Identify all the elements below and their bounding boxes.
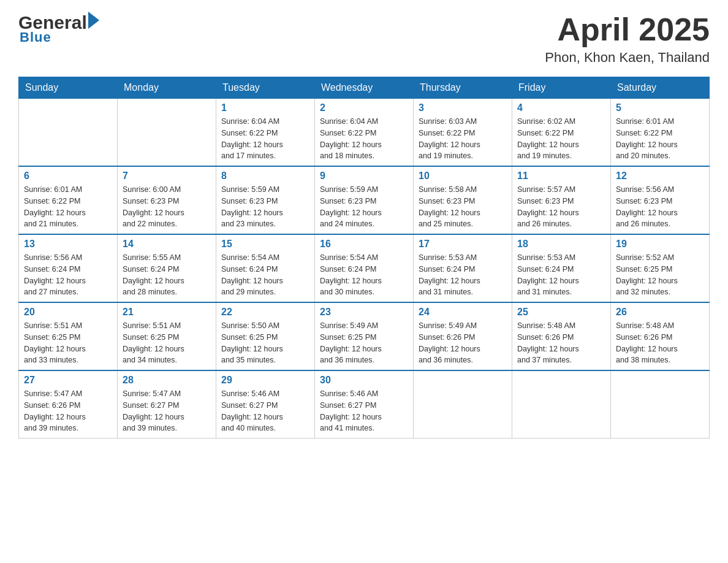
calendar-cell: 4Sunrise: 6:02 AM Sunset: 6:22 PM Daylig… — [512, 99, 611, 167]
weekday-header-thursday: Thursday — [414, 77, 512, 99]
day-number: 16 — [320, 239, 408, 250]
day-info: Sunrise: 5:56 AM Sunset: 6:24 PM Dayligh… — [24, 252, 112, 298]
day-number: 25 — [517, 307, 605, 318]
calendar-cell: 22Sunrise: 5:50 AM Sunset: 6:25 PM Dayli… — [216, 302, 315, 370]
day-number: 18 — [517, 239, 605, 250]
day-number: 7 — [123, 170, 211, 182]
title-block: April 2025 Phon, Khon Kaen, Thailand — [545, 12, 710, 66]
calendar-cell: 19Sunrise: 5:52 AM Sunset: 6:25 PM Dayli… — [611, 234, 710, 302]
calendar-cell: 16Sunrise: 5:54 AM Sunset: 6:24 PM Dayli… — [315, 234, 414, 302]
calendar-subtitle: Phon, Khon Kaen, Thailand — [545, 50, 710, 66]
calendar-cell — [611, 370, 710, 439]
calendar-cell: 1Sunrise: 6:04 AM Sunset: 6:22 PM Daylig… — [216, 99, 315, 167]
calendar-cell: 30Sunrise: 5:46 AM Sunset: 6:27 PM Dayli… — [315, 370, 414, 439]
calendar-cell: 24Sunrise: 5:49 AM Sunset: 6:26 PM Dayli… — [414, 302, 512, 370]
calendar-cell — [118, 99, 216, 167]
day-number: 13 — [24, 239, 112, 250]
day-number: 30 — [320, 375, 408, 386]
day-number: 4 — [517, 102, 605, 113]
day-info: Sunrise: 5:46 AM Sunset: 6:27 PM Dayligh… — [221, 388, 309, 434]
day-info: Sunrise: 5:47 AM Sunset: 6:26 PM Dayligh… — [24, 388, 112, 434]
day-number: 1 — [221, 102, 309, 113]
day-number: 12 — [616, 170, 704, 182]
calendar-cell: 23Sunrise: 5:49 AM Sunset: 6:25 PM Dayli… — [315, 302, 414, 370]
calendar-cell: 14Sunrise: 5:55 AM Sunset: 6:24 PM Dayli… — [118, 234, 216, 302]
calendar-week-4: 20Sunrise: 5:51 AM Sunset: 6:25 PM Dayli… — [19, 302, 710, 370]
day-number: 10 — [419, 170, 507, 182]
calendar-cell: 3Sunrise: 6:03 AM Sunset: 6:22 PM Daylig… — [414, 99, 512, 167]
calendar-cell — [512, 370, 611, 439]
day-number: 14 — [123, 239, 211, 250]
calendar-cell: 25Sunrise: 5:48 AM Sunset: 6:26 PM Dayli… — [512, 302, 611, 370]
logo-blue-text: Blue — [18, 29, 51, 45]
day-info: Sunrise: 5:54 AM Sunset: 6:24 PM Dayligh… — [320, 252, 408, 298]
calendar-week-1: 1Sunrise: 6:04 AM Sunset: 6:22 PM Daylig… — [19, 99, 710, 167]
calendar-table: SundayMondayTuesdayWednesdayThursdayFrid… — [18, 77, 710, 439]
calendar-cell: 29Sunrise: 5:46 AM Sunset: 6:27 PM Dayli… — [216, 370, 315, 439]
day-info: Sunrise: 5:58 AM Sunset: 6:23 PM Dayligh… — [419, 184, 507, 230]
day-number: 23 — [320, 307, 408, 318]
calendar-cell: 27Sunrise: 5:47 AM Sunset: 6:26 PM Dayli… — [19, 370, 118, 439]
calendar-cell: 8Sunrise: 5:59 AM Sunset: 6:23 PM Daylig… — [216, 166, 315, 234]
day-info: Sunrise: 6:01 AM Sunset: 6:22 PM Dayligh… — [24, 184, 112, 230]
calendar-cell: 13Sunrise: 5:56 AM Sunset: 6:24 PM Dayli… — [19, 234, 118, 302]
day-number: 19 — [616, 239, 704, 250]
day-info: Sunrise: 5:59 AM Sunset: 6:23 PM Dayligh… — [320, 184, 408, 230]
calendar-cell: 12Sunrise: 5:56 AM Sunset: 6:23 PM Dayli… — [611, 166, 710, 234]
day-number: 6 — [24, 170, 112, 182]
day-info: Sunrise: 5:56 AM Sunset: 6:23 PM Dayligh… — [616, 184, 704, 230]
day-number: 2 — [320, 102, 408, 113]
calendar-cell: 5Sunrise: 6:01 AM Sunset: 6:22 PM Daylig… — [611, 99, 710, 167]
day-number: 21 — [123, 307, 211, 318]
calendar-cell: 11Sunrise: 5:57 AM Sunset: 6:23 PM Dayli… — [512, 166, 611, 234]
day-info: Sunrise: 6:02 AM Sunset: 6:22 PM Dayligh… — [517, 116, 605, 162]
day-info: Sunrise: 6:04 AM Sunset: 6:22 PM Dayligh… — [320, 116, 408, 162]
calendar-cell: 20Sunrise: 5:51 AM Sunset: 6:25 PM Dayli… — [19, 302, 118, 370]
calendar-week-3: 13Sunrise: 5:56 AM Sunset: 6:24 PM Dayli… — [19, 234, 710, 302]
day-info: Sunrise: 5:57 AM Sunset: 6:23 PM Dayligh… — [517, 184, 605, 230]
day-info: Sunrise: 5:49 AM Sunset: 6:25 PM Dayligh… — [320, 320, 408, 366]
day-number: 9 — [320, 170, 408, 182]
day-info: Sunrise: 5:48 AM Sunset: 6:26 PM Dayligh… — [517, 320, 605, 366]
calendar-header-row: SundayMondayTuesdayWednesdayThursdayFrid… — [19, 77, 710, 99]
calendar-cell — [414, 370, 512, 439]
day-number: 3 — [419, 102, 507, 113]
calendar-cell: 2Sunrise: 6:04 AM Sunset: 6:22 PM Daylig… — [315, 99, 414, 167]
day-info: Sunrise: 5:59 AM Sunset: 6:23 PM Dayligh… — [221, 184, 309, 230]
day-info: Sunrise: 5:46 AM Sunset: 6:27 PM Dayligh… — [320, 388, 408, 434]
weekday-header-tuesday: Tuesday — [216, 77, 315, 99]
day-number: 22 — [221, 307, 309, 318]
day-number: 8 — [221, 170, 309, 182]
calendar-cell: 21Sunrise: 5:51 AM Sunset: 6:25 PM Dayli… — [118, 302, 216, 370]
calendar-cell: 6Sunrise: 6:01 AM Sunset: 6:22 PM Daylig… — [19, 166, 118, 234]
day-info: Sunrise: 5:55 AM Sunset: 6:24 PM Dayligh… — [123, 252, 211, 298]
day-info: Sunrise: 5:53 AM Sunset: 6:24 PM Dayligh… — [419, 252, 507, 298]
weekday-header-saturday: Saturday — [611, 77, 710, 99]
calendar-cell: 17Sunrise: 5:53 AM Sunset: 6:24 PM Dayli… — [414, 234, 512, 302]
day-info: Sunrise: 5:54 AM Sunset: 6:24 PM Dayligh… — [221, 252, 309, 298]
calendar-title: April 2025 — [545, 12, 710, 47]
day-number: 24 — [419, 307, 507, 318]
day-info: Sunrise: 6:03 AM Sunset: 6:22 PM Dayligh… — [419, 116, 507, 162]
calendar-cell: 7Sunrise: 6:00 AM Sunset: 6:23 PM Daylig… — [118, 166, 216, 234]
day-info: Sunrise: 5:49 AM Sunset: 6:26 PM Dayligh… — [419, 320, 507, 366]
day-info: Sunrise: 5:51 AM Sunset: 6:25 PM Dayligh… — [123, 320, 211, 366]
calendar-cell: 9Sunrise: 5:59 AM Sunset: 6:23 PM Daylig… — [315, 166, 414, 234]
weekday-header-friday: Friday — [512, 77, 611, 99]
calendar-cell: 28Sunrise: 5:47 AM Sunset: 6:27 PM Dayli… — [118, 370, 216, 439]
calendar-cell — [19, 99, 118, 167]
calendar-week-2: 6Sunrise: 6:01 AM Sunset: 6:22 PM Daylig… — [19, 166, 710, 234]
day-info: Sunrise: 5:47 AM Sunset: 6:27 PM Dayligh… — [123, 388, 211, 434]
day-info: Sunrise: 6:01 AM Sunset: 6:22 PM Dayligh… — [616, 116, 704, 162]
day-info: Sunrise: 5:52 AM Sunset: 6:25 PM Dayligh… — [616, 252, 704, 298]
day-info: Sunrise: 6:04 AM Sunset: 6:22 PM Dayligh… — [221, 116, 309, 162]
day-info: Sunrise: 6:00 AM Sunset: 6:23 PM Dayligh… — [123, 184, 211, 230]
weekday-header-wednesday: Wednesday — [315, 77, 414, 99]
weekday-header-monday: Monday — [118, 77, 216, 99]
calendar-cell: 26Sunrise: 5:48 AM Sunset: 6:26 PM Dayli… — [611, 302, 710, 370]
calendar-cell: 15Sunrise: 5:54 AM Sunset: 6:24 PM Dayli… — [216, 234, 315, 302]
calendar-week-5: 27Sunrise: 5:47 AM Sunset: 6:26 PM Dayli… — [19, 370, 710, 439]
weekday-header-sunday: Sunday — [19, 77, 118, 99]
page-header: General Blue April 2025 Phon, Khon Kaen,… — [18, 12, 710, 66]
day-number: 28 — [123, 375, 211, 386]
